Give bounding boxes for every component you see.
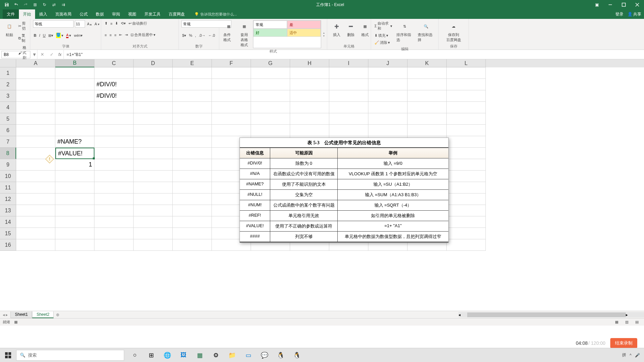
- photos-icon[interactable]: 🖼: [177, 349, 190, 362]
- cell-K5[interactable]: [408, 113, 447, 125]
- comma-button[interactable]: ,: [194, 33, 197, 38]
- row-header-3[interactable]: 3: [0, 90, 16, 102]
- cell-I1[interactable]: [329, 67, 368, 79]
- row-header-5[interactable]: 5: [0, 113, 16, 125]
- cell-F6[interactable]: [212, 125, 251, 136]
- page-layout-button[interactable]: ▥: [622, 319, 631, 325]
- cell-D3[interactable]: [134, 90, 173, 102]
- row-header-1[interactable]: 1: [0, 67, 16, 79]
- row-header-4[interactable]: 4: [0, 102, 16, 113]
- fill-handle[interactable]: [93, 157, 95, 159]
- cell-I2[interactable]: [329, 79, 368, 90]
- cell-L1[interactable]: [447, 67, 486, 79]
- taskbar-search[interactable]: 🔍搜索: [16, 350, 124, 361]
- cell-C4[interactable]: [94, 102, 134, 113]
- cell-styles-gallery[interactable]: 常规 差 好 适中: [253, 20, 321, 48]
- spreadsheet-grid[interactable]: ABCDEFGHIJKL 12345678910111213141516 #DI…: [0, 59, 644, 311]
- cell-B15[interactable]: [55, 228, 94, 239]
- maximize-icon[interactable]: [617, 0, 631, 9]
- phonetic-button[interactable]: wén▾: [73, 33, 83, 38]
- cell-C5[interactable]: [94, 113, 134, 125]
- cell-B11[interactable]: [55, 182, 94, 193]
- column-header-D[interactable]: D: [134, 59, 173, 67]
- cell-D7[interactable]: [134, 136, 173, 148]
- close-icon[interactable]: [631, 0, 644, 9]
- cell-C7[interactable]: [94, 136, 134, 148]
- style-neutral[interactable]: 适中: [287, 29, 321, 37]
- align-bottom-button[interactable]: ⬇: [114, 21, 119, 26]
- font-name-select[interactable]: [33, 20, 74, 28]
- cell-B6[interactable]: [55, 125, 94, 136]
- cell-A7[interactable]: [16, 136, 55, 148]
- cell-I6[interactable]: [329, 125, 368, 136]
- qat-icon-1[interactable]: ⊞: [31, 1, 39, 9]
- cancel-formula-button[interactable]: ✕: [37, 50, 47, 59]
- sheet-tab-Sheet2[interactable]: Sheet2: [32, 311, 54, 318]
- cell-A1[interactable]: [16, 67, 55, 79]
- cell-A4[interactable]: [16, 102, 55, 113]
- cell-D6[interactable]: [134, 125, 173, 136]
- cell-E9[interactable]: [173, 159, 212, 171]
- tab-dev[interactable]: 开发工具: [140, 9, 165, 19]
- cell-A13[interactable]: [16, 205, 55, 216]
- cell-H4[interactable]: [290, 102, 329, 113]
- cell-A2[interactable]: [16, 79, 55, 90]
- sheet-tab-Sheet1[interactable]: Sheet1: [10, 311, 32, 318]
- cell-D2[interactable]: [134, 79, 173, 90]
- edge-icon[interactable]: 🌐: [161, 349, 174, 362]
- fill-button[interactable]: ⬇填充▾: [374, 32, 393, 39]
- cell-B2[interactable]: [55, 79, 94, 90]
- cell-G2[interactable]: [251, 79, 290, 90]
- cell-E10[interactable]: [173, 171, 212, 182]
- cell-A11[interactable]: [16, 182, 55, 193]
- cell-D13[interactable]: [134, 205, 173, 216]
- tab-file[interactable]: 文件: [3, 9, 19, 19]
- cut-button[interactable]: ✂剪切: [18, 20, 27, 32]
- style-normal[interactable]: 常规: [253, 21, 287, 29]
- column-header-E[interactable]: E: [173, 59, 212, 67]
- cell-A15[interactable]: [16, 228, 55, 239]
- align-middle-button[interactable]: ≡: [110, 21, 113, 26]
- row-header-15[interactable]: 15: [0, 228, 16, 239]
- cell-C6[interactable]: [94, 125, 134, 136]
- row-header-13[interactable]: 13: [0, 205, 16, 216]
- stop-recording-button[interactable]: 结束录制: [610, 338, 637, 348]
- column-header-K[interactable]: K: [408, 59, 447, 67]
- accounting-button[interactable]: $▾: [181, 33, 187, 38]
- cell-B13[interactable]: [55, 205, 94, 216]
- increase-font-button[interactable]: A▴: [86, 21, 92, 27]
- save-icon[interactable]: [3, 1, 11, 9]
- column-header-B[interactable]: B: [55, 59, 94, 67]
- floating-reference-image[interactable]: 表 5-3 公式使用中常见的出错信息 出错信息 可能原因 举例 #DIV/0!除…: [240, 138, 449, 243]
- row-header-8[interactable]: 8: [0, 148, 16, 159]
- cell-J6[interactable]: [368, 125, 408, 136]
- cell-L15[interactable]: [447, 228, 486, 239]
- cell-J4[interactable]: [368, 102, 408, 113]
- qat-icon-4[interactable]: ⇉: [59, 1, 67, 9]
- start-button[interactable]: [0, 348, 16, 362]
- macro-record-icon[interactable]: ▦: [14, 320, 18, 324]
- row-header-7[interactable]: 7: [0, 136, 16, 148]
- cell-L8[interactable]: [447, 148, 486, 159]
- cell-L11[interactable]: [447, 182, 486, 193]
- merge-center-button[interactable]: ⊡合并后居中▾: [130, 32, 156, 38]
- enter-formula-button[interactable]: ✓: [47, 50, 56, 59]
- cell-H5[interactable]: [290, 113, 329, 125]
- cell-B1[interactable]: [55, 67, 94, 79]
- decrease-indent-button[interactable]: ⇤: [118, 32, 123, 38]
- cell-E7[interactable]: [173, 136, 212, 148]
- cell-A6[interactable]: [16, 125, 55, 136]
- cell-C3[interactable]: #DIV/0!: [94, 90, 134, 102]
- row-header-2[interactable]: 2: [0, 79, 16, 90]
- cell-D15[interactable]: [134, 228, 173, 239]
- decrease-decimal-button[interactable]: ←.0: [207, 33, 216, 38]
- column-header-L[interactable]: L: [447, 59, 486, 67]
- cell-A14[interactable]: [16, 216, 55, 228]
- align-center-button[interactable]: ≡: [109, 32, 112, 38]
- microphone-icon[interactable]: 🎤: [635, 353, 640, 358]
- select-all-corner[interactable]: [0, 59, 16, 67]
- column-header-I[interactable]: I: [329, 59, 368, 67]
- conditional-format-button[interactable]: ▦条件格式: [222, 20, 235, 48]
- cell-F3[interactable]: [212, 90, 251, 102]
- cell-E14[interactable]: [173, 216, 212, 228]
